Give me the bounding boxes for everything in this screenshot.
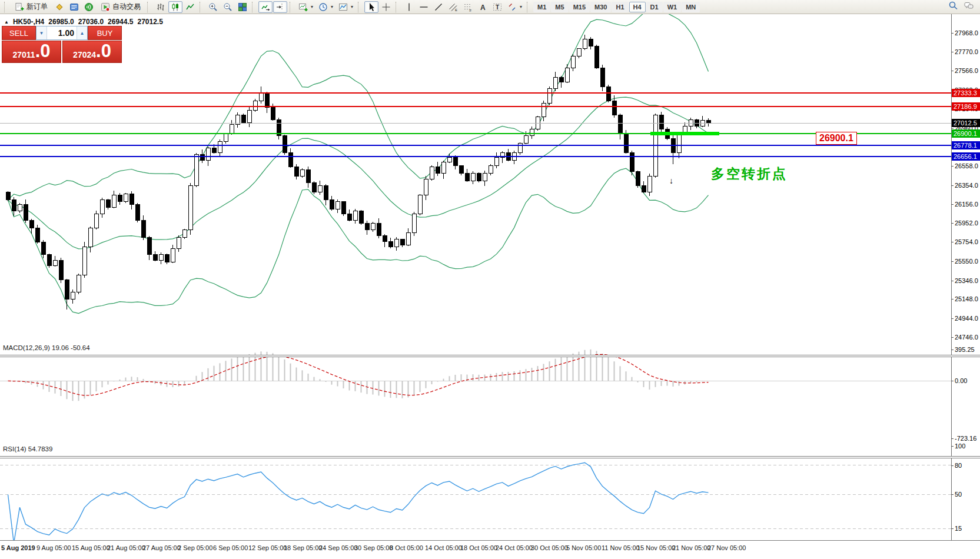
volume-increase-button[interactable]: ▲ (77, 26, 87, 39)
highlight-segment-object[interactable] (650, 132, 719, 135)
time-axis-label: 11 Nov 05:00 (602, 544, 640, 551)
tab-timeframe-M15[interactable]: M15 (569, 2, 590, 12)
close-value: 27012.5 (137, 18, 162, 26)
price-axis-tickmark (951, 185, 954, 186)
sell-button[interactable]: SELL (2, 26, 36, 40)
panel-separator-rsi[interactable] (0, 456, 980, 458)
low-value: 26944.5 (108, 18, 133, 26)
trendline-tool[interactable] (431, 1, 446, 13)
horizontal-line-object[interactable] (0, 92, 951, 94)
time-axis-label: 21 Aug 05:00 (107, 544, 145, 551)
zoom-in-icon (208, 2, 218, 12)
level-price-label: 26778.1 (952, 141, 980, 149)
terminal-button[interactable] (67, 1, 81, 13)
rsi-indicator-label: RSI(14) 54.7839 (3, 445, 52, 452)
price-axis-tickmark (951, 71, 954, 71)
volume-decrease-button[interactable]: ▼ (36, 26, 47, 39)
macd-axis-tickmark (951, 381, 954, 381)
time-axis-label: 27 Aug 05:00 (142, 544, 181, 551)
chart-canvas[interactable]: ↓ ▲ HK50-,H4 26985.0 27036.0 26944.5 270… (0, 14, 980, 559)
metaeditor-button[interactable] (52, 1, 67, 13)
navigator-button[interactable] (82, 1, 96, 13)
vertical-line-icon (404, 2, 414, 12)
mt4-window: 新订单 自动交易 ▾ ▾ ▾ E F A T ▾ (0, 0, 980, 559)
chevron-down-icon: ▾ (351, 4, 353, 9)
tab-timeframe-M30[interactable]: M30 (590, 2, 611, 12)
text-icon: A (478, 2, 487, 12)
text-tool[interactable]: A (476, 1, 490, 13)
new-chart-dropdown[interactable]: ▾ (296, 1, 315, 13)
toolbar-grip (252, 2, 255, 12)
price-axis-tickmark (951, 128, 954, 129)
horizontal-line-object[interactable] (0, 145, 951, 146)
bar-chart-button[interactable] (154, 1, 168, 13)
macd-axis-tick: -723.16 (955, 435, 976, 442)
time-axis-label: 15 Nov 05:00 (637, 544, 675, 551)
time-axis-label: 24 Sep 05:00 (319, 544, 357, 551)
line-chart-button[interactable] (183, 1, 197, 13)
tab-timeframe-M5[interactable]: M5 (551, 2, 568, 12)
time-axis-label: 14 Oct 05:00 (425, 544, 462, 551)
level-price-label: 27186.9 (952, 102, 980, 111)
tile-windows-button[interactable] (235, 1, 250, 13)
cursor-tool-button[interactable] (364, 1, 378, 13)
time-axis-label: 6 Sep 05:00 (213, 544, 248, 551)
horizontal-line-object[interactable] (0, 133, 951, 134)
price-axis-tick: 25550.0 (955, 258, 978, 265)
price-axis-tick: 24944.0 (955, 315, 978, 322)
time-axis-label: 21 Nov 05:00 (672, 544, 710, 551)
price-axis-tick: 26354.0 (955, 182, 978, 189)
auto-scroll-button[interactable] (258, 1, 273, 13)
new-order-button[interactable]: 新订单 (11, 1, 52, 13)
turning-point-annotation[interactable]: 多空转折点 (711, 165, 788, 183)
tab-timeframe-D1[interactable]: D1 (646, 2, 663, 12)
candlestick-chart-button[interactable] (168, 1, 182, 13)
price-axis-tickmark (951, 261, 954, 262)
chart-ohlc-header: ▲ HK50-,H4 26985.0 27036.0 26944.5 27012… (4, 18, 163, 26)
price-axis-tick: 24746.0 (955, 334, 978, 341)
arrows-dropdown[interactable]: ▾ (505, 1, 524, 13)
vertical-line-tool[interactable] (402, 1, 416, 13)
search-icon[interactable] (948, 1, 959, 13)
autotrading-button[interactable]: 自动交易 (97, 1, 145, 13)
horizontal-line-tool[interactable] (417, 1, 431, 13)
channel-tool[interactable]: E (446, 1, 460, 13)
tab-timeframe-MN[interactable]: MN (682, 2, 700, 12)
price-tag-label[interactable]: 26900.1 (816, 132, 857, 145)
chart-shift-button[interactable] (273, 1, 287, 13)
terminal-icon (69, 2, 79, 12)
panel-separator-macd[interactable] (0, 355, 980, 357)
tab-timeframe-W1[interactable]: W1 (663, 2, 682, 12)
price-axis-tickmark (951, 33, 954, 34)
chat-icon[interactable] (964, 1, 974, 13)
indicators-dropdown[interactable]: ▾ (336, 1, 356, 13)
zoom-in-button[interactable] (206, 1, 220, 13)
down-arrow-marker[interactable]: ↓ (669, 176, 673, 185)
price-axis-tickmark (951, 166, 954, 167)
buy-price-display[interactable]: 27024.0 (62, 41, 122, 63)
crosshair-icon (381, 2, 391, 12)
tab-timeframe-M1[interactable]: M1 (533, 2, 550, 12)
horizontal-line-object[interactable] (0, 156, 951, 157)
buy-price-int: 27024 (73, 50, 96, 59)
one-click-trading-panel: SELL ▼ ▲ BUY 27011.0 27024.0 (2, 26, 122, 63)
buy-button[interactable]: BUY (88, 26, 122, 40)
zoom-out-button[interactable] (221, 1, 235, 13)
rsi-axis-tickmark (951, 446, 954, 447)
rsi-axis-tick: 15 (955, 525, 962, 532)
crosshair-tool-button[interactable] (379, 1, 393, 13)
time-axis-label: 5 Nov 05:00 (566, 544, 601, 551)
text-label-tool[interactable]: T (490, 1, 504, 13)
channel-icon: E (449, 2, 458, 12)
tab-timeframe-H1[interactable]: H1 (612, 2, 628, 12)
collapse-arrow-icon[interactable]: ▲ (4, 19, 9, 25)
profiles-dropdown[interactable]: ▾ (316, 1, 335, 13)
volume-input[interactable] (47, 26, 77, 39)
sell-price-display[interactable]: 27011.0 (2, 41, 61, 63)
tab-timeframe-H4[interactable]: H4 (629, 2, 646, 12)
horizontal-line-object[interactable] (0, 106, 951, 107)
fibonacci-tool[interactable]: F (461, 1, 475, 13)
time-axis-label: 30 Oct 05:00 (531, 544, 568, 551)
price-axis-tick: 26558.0 (955, 162, 978, 169)
svg-text:F: F (470, 8, 472, 12)
